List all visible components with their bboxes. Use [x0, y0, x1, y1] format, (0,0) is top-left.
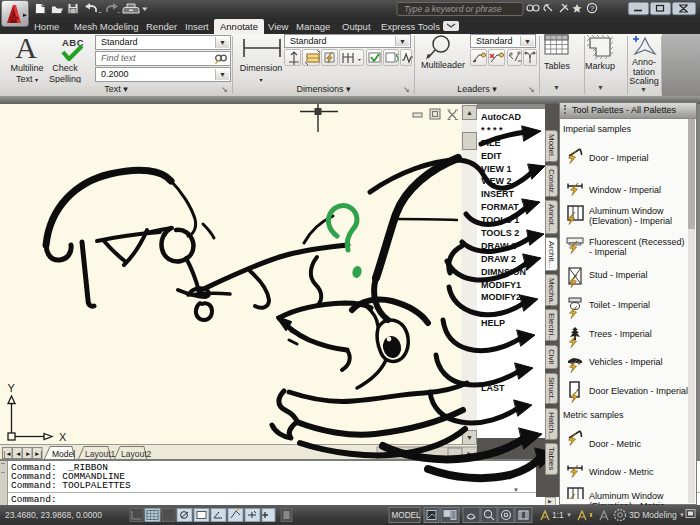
svg-text:23.4680, 23.9868, 0.0000: 23.4680, 23.9868, 0.0000 [5, 510, 102, 520]
svg-text:1:1: 1:1 [552, 510, 564, 520]
svg-text:▼: ▼ [679, 512, 685, 518]
svg-text:Type a keyword or phrase: Type a keyword or phrase [404, 4, 502, 14]
svg-text:Y: Y [8, 382, 16, 394]
svg-text:|◄: |◄ [4, 450, 12, 458]
svg-text:X: X [59, 431, 67, 443]
svg-text:▼: ▼ [566, 512, 572, 518]
svg-text:Layout1: Layout1 [85, 449, 116, 459]
svg-text:Layout2: Layout2 [121, 449, 152, 459]
svg-text:Model: Model [52, 449, 75, 459]
svg-text:►: ► [25, 450, 31, 457]
svg-text:◄: ◄ [15, 450, 21, 457]
svg-text:►|: ►| [34, 450, 42, 458]
svg-text:►: ► [466, 450, 473, 457]
svg-text:MODEL: MODEL [392, 511, 422, 520]
svg-text:3D Modeling: 3D Modeling [629, 510, 677, 520]
svg-text:◄: ◄ [380, 450, 387, 457]
svg-text:?: ? [590, 4, 594, 13]
